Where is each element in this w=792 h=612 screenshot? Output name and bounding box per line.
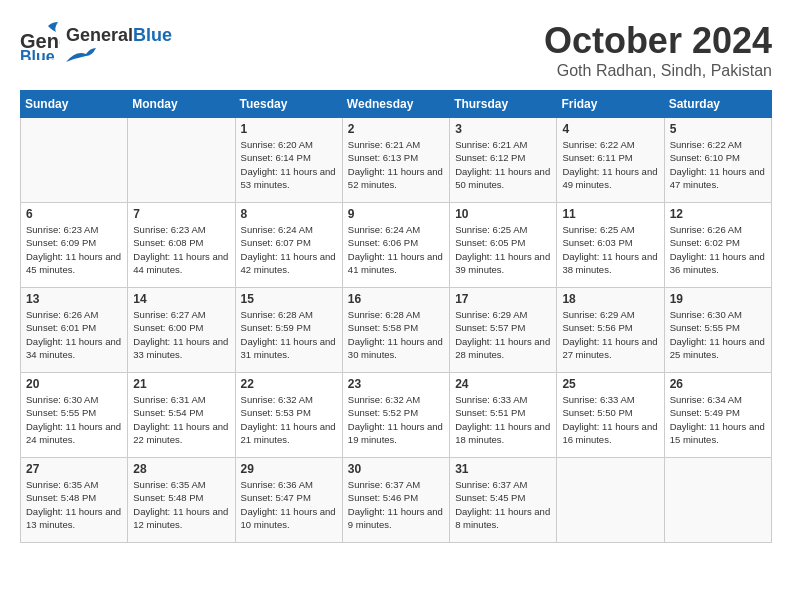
day-number: 23 <box>348 377 444 391</box>
day-content: Sunrise: 6:26 AM Sunset: 6:01 PM Dayligh… <box>26 308 122 361</box>
week-row-2: 6Sunrise: 6:23 AM Sunset: 6:09 PM Daylig… <box>21 203 772 288</box>
calendar-cell: 28Sunrise: 6:35 AM Sunset: 5:48 PM Dayli… <box>128 458 235 543</box>
day-content: Sunrise: 6:28 AM Sunset: 5:58 PM Dayligh… <box>348 308 444 361</box>
logo-general-text: General <box>66 25 133 45</box>
calendar-cell: 21Sunrise: 6:31 AM Sunset: 5:54 PM Dayli… <box>128 373 235 458</box>
calendar-cell <box>128 118 235 203</box>
day-number: 2 <box>348 122 444 136</box>
day-number: 27 <box>26 462 122 476</box>
calendar-cell: 24Sunrise: 6:33 AM Sunset: 5:51 PM Dayli… <box>450 373 557 458</box>
day-content: Sunrise: 6:35 AM Sunset: 5:48 PM Dayligh… <box>26 478 122 531</box>
calendar-body: 1Sunrise: 6:20 AM Sunset: 6:14 PM Daylig… <box>21 118 772 543</box>
day-content: Sunrise: 6:23 AM Sunset: 6:08 PM Dayligh… <box>133 223 229 276</box>
day-content: Sunrise: 6:35 AM Sunset: 5:48 PM Dayligh… <box>133 478 229 531</box>
header-day-sunday: Sunday <box>21 91 128 118</box>
calendar-cell: 7Sunrise: 6:23 AM Sunset: 6:08 PM Daylig… <box>128 203 235 288</box>
title-block: October 2024 Goth Radhan, Sindh, Pakista… <box>544 20 772 80</box>
day-content: Sunrise: 6:25 AM Sunset: 6:03 PM Dayligh… <box>562 223 658 276</box>
calendar-cell: 14Sunrise: 6:27 AM Sunset: 6:00 PM Dayli… <box>128 288 235 373</box>
header-day-tuesday: Tuesday <box>235 91 342 118</box>
month-title: October 2024 <box>544 20 772 62</box>
day-number: 24 <box>455 377 551 391</box>
day-content: Sunrise: 6:33 AM Sunset: 5:50 PM Dayligh… <box>562 393 658 446</box>
calendar-cell: 6Sunrise: 6:23 AM Sunset: 6:09 PM Daylig… <box>21 203 128 288</box>
logo: General Blue GeneralBlue <box>20 20 172 64</box>
location-title: Goth Radhan, Sindh, Pakistan <box>544 62 772 80</box>
week-row-4: 20Sunrise: 6:30 AM Sunset: 5:55 PM Dayli… <box>21 373 772 458</box>
day-content: Sunrise: 6:25 AM Sunset: 6:05 PM Dayligh… <box>455 223 551 276</box>
header-row: SundayMondayTuesdayWednesdayThursdayFrid… <box>21 91 772 118</box>
calendar-cell: 19Sunrise: 6:30 AM Sunset: 5:55 PM Dayli… <box>664 288 771 373</box>
day-number: 3 <box>455 122 551 136</box>
day-content: Sunrise: 6:37 AM Sunset: 5:45 PM Dayligh… <box>455 478 551 531</box>
header-day-thursday: Thursday <box>450 91 557 118</box>
week-row-1: 1Sunrise: 6:20 AM Sunset: 6:14 PM Daylig… <box>21 118 772 203</box>
day-number: 29 <box>241 462 337 476</box>
calendar-cell: 27Sunrise: 6:35 AM Sunset: 5:48 PM Dayli… <box>21 458 128 543</box>
day-content: Sunrise: 6:37 AM Sunset: 5:46 PM Dayligh… <box>348 478 444 531</box>
day-content: Sunrise: 6:28 AM Sunset: 5:59 PM Dayligh… <box>241 308 337 361</box>
day-content: Sunrise: 6:27 AM Sunset: 6:00 PM Dayligh… <box>133 308 229 361</box>
calendar-table: SundayMondayTuesdayWednesdayThursdayFrid… <box>20 90 772 543</box>
day-content: Sunrise: 6:33 AM Sunset: 5:51 PM Dayligh… <box>455 393 551 446</box>
calendar-cell <box>557 458 664 543</box>
logo-icon: General Blue <box>20 20 60 64</box>
calendar-cell: 16Sunrise: 6:28 AM Sunset: 5:58 PM Dayli… <box>342 288 449 373</box>
calendar-header: SundayMondayTuesdayWednesdayThursdayFrid… <box>21 91 772 118</box>
calendar-cell: 11Sunrise: 6:25 AM Sunset: 6:03 PM Dayli… <box>557 203 664 288</box>
calendar-cell: 29Sunrise: 6:36 AM Sunset: 5:47 PM Dayli… <box>235 458 342 543</box>
day-content: Sunrise: 6:22 AM Sunset: 6:11 PM Dayligh… <box>562 138 658 191</box>
day-number: 10 <box>455 207 551 221</box>
header-day-friday: Friday <box>557 91 664 118</box>
calendar-cell: 3Sunrise: 6:21 AM Sunset: 6:12 PM Daylig… <box>450 118 557 203</box>
day-content: Sunrise: 6:24 AM Sunset: 6:07 PM Dayligh… <box>241 223 337 276</box>
header-day-saturday: Saturday <box>664 91 771 118</box>
logo-blue-text: Blue <box>133 25 172 45</box>
day-number: 12 <box>670 207 766 221</box>
bird-icon <box>66 48 96 62</box>
calendar-cell: 17Sunrise: 6:29 AM Sunset: 5:57 PM Dayli… <box>450 288 557 373</box>
day-number: 9 <box>348 207 444 221</box>
calendar-cell: 9Sunrise: 6:24 AM Sunset: 6:06 PM Daylig… <box>342 203 449 288</box>
week-row-5: 27Sunrise: 6:35 AM Sunset: 5:48 PM Dayli… <box>21 458 772 543</box>
calendar-cell: 13Sunrise: 6:26 AM Sunset: 6:01 PM Dayli… <box>21 288 128 373</box>
calendar-cell: 18Sunrise: 6:29 AM Sunset: 5:56 PM Dayli… <box>557 288 664 373</box>
day-number: 4 <box>562 122 658 136</box>
day-number: 31 <box>455 462 551 476</box>
calendar-cell: 23Sunrise: 6:32 AM Sunset: 5:52 PM Dayli… <box>342 373 449 458</box>
page-header: General Blue GeneralBlue October 2024 Go… <box>20 20 772 80</box>
day-content: Sunrise: 6:29 AM Sunset: 5:56 PM Dayligh… <box>562 308 658 361</box>
day-content: Sunrise: 6:22 AM Sunset: 6:10 PM Dayligh… <box>670 138 766 191</box>
day-content: Sunrise: 6:32 AM Sunset: 5:52 PM Dayligh… <box>348 393 444 446</box>
header-day-wednesday: Wednesday <box>342 91 449 118</box>
calendar-cell <box>21 118 128 203</box>
day-number: 8 <box>241 207 337 221</box>
svg-text:Blue: Blue <box>20 48 55 60</box>
day-number: 16 <box>348 292 444 306</box>
day-number: 1 <box>241 122 337 136</box>
day-number: 26 <box>670 377 766 391</box>
day-content: Sunrise: 6:36 AM Sunset: 5:47 PM Dayligh… <box>241 478 337 531</box>
week-row-3: 13Sunrise: 6:26 AM Sunset: 6:01 PM Dayli… <box>21 288 772 373</box>
day-content: Sunrise: 6:23 AM Sunset: 6:09 PM Dayligh… <box>26 223 122 276</box>
day-number: 18 <box>562 292 658 306</box>
day-number: 20 <box>26 377 122 391</box>
calendar-cell <box>664 458 771 543</box>
calendar-cell: 30Sunrise: 6:37 AM Sunset: 5:46 PM Dayli… <box>342 458 449 543</box>
calendar-cell: 1Sunrise: 6:20 AM Sunset: 6:14 PM Daylig… <box>235 118 342 203</box>
day-number: 21 <box>133 377 229 391</box>
day-number: 5 <box>670 122 766 136</box>
day-content: Sunrise: 6:32 AM Sunset: 5:53 PM Dayligh… <box>241 393 337 446</box>
day-content: Sunrise: 6:31 AM Sunset: 5:54 PM Dayligh… <box>133 393 229 446</box>
day-number: 7 <box>133 207 229 221</box>
calendar-cell: 22Sunrise: 6:32 AM Sunset: 5:53 PM Dayli… <box>235 373 342 458</box>
day-content: Sunrise: 6:26 AM Sunset: 6:02 PM Dayligh… <box>670 223 766 276</box>
day-content: Sunrise: 6:20 AM Sunset: 6:14 PM Dayligh… <box>241 138 337 191</box>
day-content: Sunrise: 6:34 AM Sunset: 5:49 PM Dayligh… <box>670 393 766 446</box>
calendar-cell: 8Sunrise: 6:24 AM Sunset: 6:07 PM Daylig… <box>235 203 342 288</box>
day-content: Sunrise: 6:21 AM Sunset: 6:12 PM Dayligh… <box>455 138 551 191</box>
day-content: Sunrise: 6:30 AM Sunset: 5:55 PM Dayligh… <box>670 308 766 361</box>
day-number: 17 <box>455 292 551 306</box>
calendar-cell: 26Sunrise: 6:34 AM Sunset: 5:49 PM Dayli… <box>664 373 771 458</box>
calendar-cell: 12Sunrise: 6:26 AM Sunset: 6:02 PM Dayli… <box>664 203 771 288</box>
